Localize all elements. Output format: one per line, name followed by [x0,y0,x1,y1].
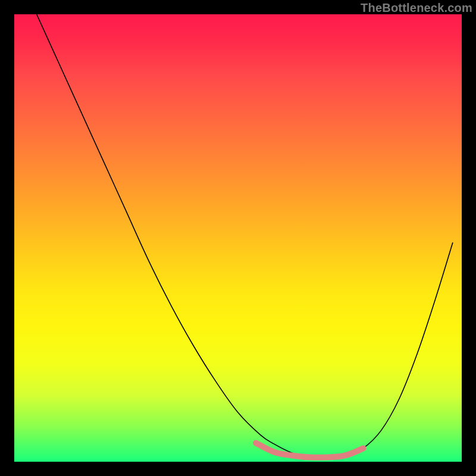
watermark-text: TheBottleneck.com [361,1,472,15]
plot-area [14,14,462,462]
chart-stage: TheBottleneck.com [0,0,476,476]
